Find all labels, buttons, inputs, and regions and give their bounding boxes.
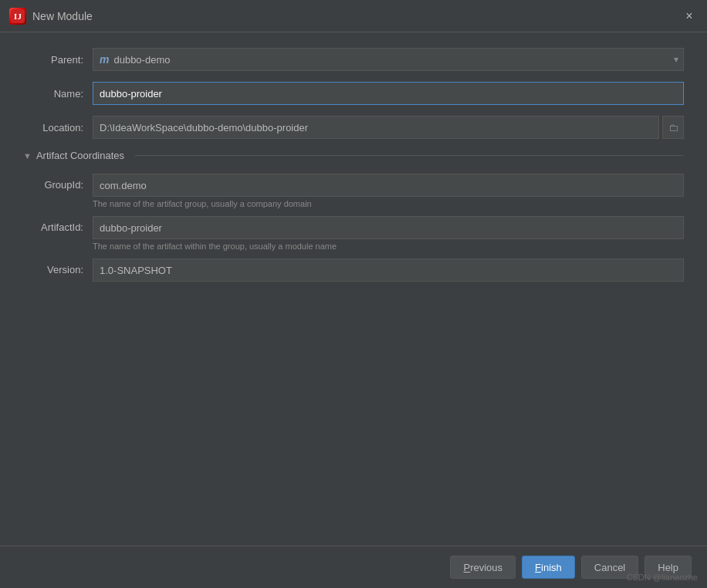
groupid-hint: The name of the artifact group, usually … — [93, 199, 684, 208]
version-control — [93, 259, 684, 282]
location-row: Location: 🗀 — [23, 116, 684, 139]
previous-button[interactable]: Previous — [450, 556, 516, 579]
finish-button[interactable]: Finish — [522, 556, 575, 579]
folder-browse-button[interactable]: 🗀 — [662, 116, 684, 139]
parent-control: m dubbo-demo ▾ — [93, 48, 684, 71]
artifactid-input[interactable] — [93, 216, 684, 239]
location-wrapper: 🗀 — [93, 116, 684, 139]
version-input[interactable] — [93, 259, 684, 282]
section-title: Artifact Coordinates — [36, 150, 124, 161]
dialog-title: New Module — [32, 10, 93, 22]
parent-value: dubbo-demo — [113, 54, 170, 66]
module-icon: m — [100, 53, 109, 66]
version-label: Version: — [23, 259, 93, 275]
name-input[interactable] — [93, 82, 684, 105]
new-module-dialog: IJ New Module × Parent: m dubbo-demo ▾ N… — [0, 0, 707, 588]
collapse-arrow-icon[interactable]: ▼ — [23, 151, 32, 161]
version-row: Version: — [23, 259, 684, 282]
location-input[interactable] — [93, 116, 659, 139]
svg-text:IJ: IJ — [14, 12, 22, 21]
groupid-input[interactable] — [93, 174, 684, 197]
watermark: CSDN @lianaozhe — [627, 573, 699, 582]
name-label: Name: — [23, 88, 93, 100]
dialog-footer: Previous Finish Cancel Help — [0, 546, 707, 588]
section-header: ▼ Artifact Coordinates — [23, 150, 684, 161]
close-button[interactable]: × — [681, 8, 698, 25]
title-bar: IJ New Module × — [0, 0, 707, 32]
location-label: Location: — [23, 122, 93, 133]
artifactid-hint: The name of the artifact within the grou… — [93, 242, 684, 251]
parent-row: Parent: m dubbo-demo ▾ — [23, 48, 684, 71]
parent-select[interactable]: m dubbo-demo ▾ — [93, 48, 684, 71]
title-left: IJ New Module — [9, 8, 93, 25]
parent-label: Parent: — [23, 54, 93, 66]
groupid-row: GroupId: The name of the artifact group,… — [23, 174, 684, 208]
dropdown-arrow-icon: ▾ — [674, 54, 678, 65]
name-control — [93, 82, 684, 105]
artifactid-label: ArtifactId: — [23, 216, 93, 233]
groupid-control: The name of the artifact group, usually … — [93, 174, 684, 208]
groupid-label: GroupId: — [23, 174, 93, 191]
app-icon: IJ — [9, 8, 26, 25]
artifact-coordinates-section: ▼ Artifact Coordinates GroupId: The name… — [23, 150, 684, 282]
folder-icon: 🗀 — [668, 122, 678, 133]
section-divider — [135, 155, 684, 156]
artifactid-control: The name of the artifact within the grou… — [93, 216, 684, 251]
dialog-body: Parent: m dubbo-demo ▾ Name: Location: — [0, 32, 707, 546]
name-row: Name: — [23, 82, 684, 105]
artifactid-row: ArtifactId: The name of the artifact wit… — [23, 216, 684, 251]
